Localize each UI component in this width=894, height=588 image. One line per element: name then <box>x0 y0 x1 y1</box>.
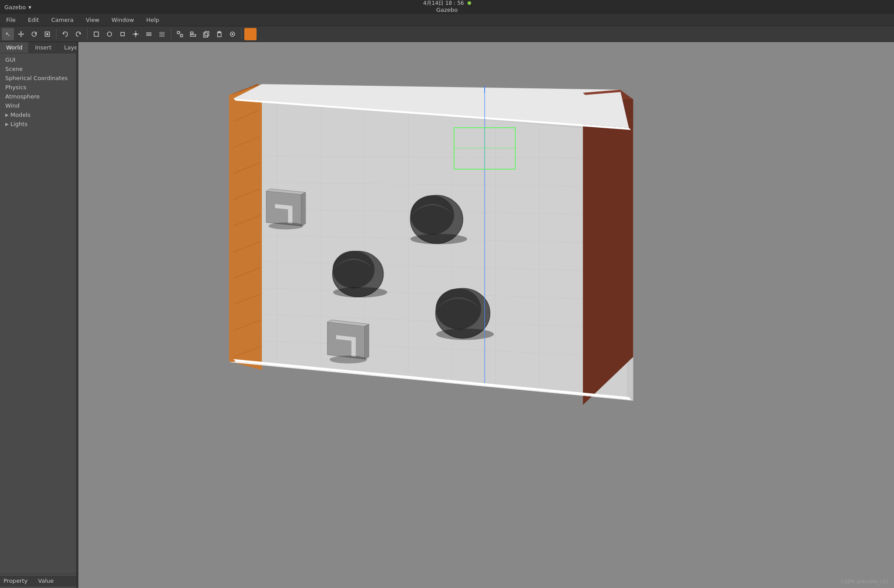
svg-point-87 <box>410 234 467 244</box>
tree-wind[interactable]: Wind <box>0 101 76 110</box>
svg-point-98 <box>330 356 367 364</box>
tree-spherical-coordinates[interactable]: Spherical Coordinates <box>0 74 76 83</box>
property-header: Property Value <box>0 576 76 586</box>
lines-shape[interactable] <box>156 28 168 40</box>
svg-marker-9 <box>63 32 65 35</box>
svg-point-92 <box>436 288 481 329</box>
svg-marker-42 <box>233 98 627 397</box>
align-btn[interactable] <box>187 28 199 40</box>
toolbar-sep-4 <box>241 29 242 39</box>
main-layout: World Insert Layers GUI Scene Spherical … <box>0 42 894 588</box>
tree-atmosphere[interactable]: Atmosphere <box>0 92 76 101</box>
cylinder-shape[interactable] <box>116 28 129 40</box>
svg-rect-27 <box>180 35 183 37</box>
tree-lights[interactable]: ▶ Lights <box>0 119 76 129</box>
menu-view[interactable]: View <box>83 16 102 24</box>
tree-lights-label: Lights <box>11 121 28 127</box>
tab-world[interactable]: World <box>0 42 29 53</box>
svg-point-89 <box>333 251 375 288</box>
menu-edit[interactable]: Edit <box>25 16 42 24</box>
rotate-tool[interactable] <box>28 28 40 40</box>
svg-marker-5 <box>23 33 24 35</box>
status-dot <box>468 1 471 5</box>
tree-spherical-label: Spherical Coordinates <box>5 75 68 81</box>
svg-rect-13 <box>121 32 124 36</box>
tree-scene-label: Scene <box>5 66 23 72</box>
tree-models[interactable]: ▶ Models <box>0 110 76 119</box>
watermark: CSDN @double_c52 <box>841 579 889 584</box>
svg-marker-3 <box>20 36 22 37</box>
svg-point-93 <box>436 329 494 340</box>
lights-arrow: ▶ <box>5 122 9 126</box>
toolbar-sep-2 <box>87 29 88 39</box>
tree-models-label: Models <box>11 112 31 118</box>
snap-btn[interactable] <box>174 28 186 40</box>
svg-point-90 <box>333 287 387 298</box>
svg-rect-35 <box>218 32 221 33</box>
tab-insert[interactable]: Insert <box>29 42 58 53</box>
orange-btn[interactable] <box>244 28 257 40</box>
menubar: File Edit Camera View Window Help <box>0 14 894 26</box>
svg-marker-61 <box>229 84 262 370</box>
svg-point-37 <box>232 33 233 35</box>
star-shape[interactable] <box>130 28 142 40</box>
svg-point-86 <box>410 196 454 235</box>
tree-atmosphere-label: Atmosphere <box>5 93 40 100</box>
svg-rect-33 <box>204 33 208 37</box>
left-panel: World Insert Layers GUI Scene Spherical … <box>0 42 77 588</box>
translate-tool[interactable] <box>15 28 27 40</box>
svg-marker-4 <box>18 33 19 35</box>
select-tool[interactable]: ↖ <box>2 28 14 40</box>
svg-point-14 <box>134 33 137 35</box>
svg-rect-8 <box>46 33 48 35</box>
svg-rect-32 <box>205 32 209 36</box>
menu-camera[interactable]: Camera <box>49 16 76 24</box>
tree-panel: GUI Scene Spherical Coordinates Physics … <box>0 53 76 574</box>
svg-rect-26 <box>177 32 180 34</box>
undo-btn[interactable] <box>59 28 71 40</box>
viewport[interactable]: CSDN @double_c52 <box>78 42 894 588</box>
tree-gui-label: GUI <box>5 56 15 63</box>
tree-physics[interactable]: Physics <box>0 83 76 92</box>
tree-wind-label: Wind <box>5 102 20 109</box>
menu-help[interactable]: Help <box>144 16 162 24</box>
property-col2: Value <box>38 578 73 584</box>
scale-tool[interactable] <box>41 28 53 40</box>
svg-point-84 <box>268 222 303 229</box>
mesh-shape[interactable] <box>143 28 155 40</box>
svg-marker-10 <box>79 32 81 35</box>
svg-point-6 <box>32 32 36 36</box>
property-col1: Property <box>4 578 38 584</box>
tree-scene[interactable]: Scene <box>0 64 76 74</box>
models-arrow: ▶ <box>5 112 9 117</box>
3d-scene <box>78 42 894 588</box>
tab-bar: World Insert Layers <box>0 42 76 53</box>
reset-view-btn[interactable] <box>226 28 239 40</box>
titlebar-appname: Gazebo <box>436 7 458 14</box>
svg-marker-94 <box>327 322 365 359</box>
tree-physics-label: Physics <box>5 84 26 91</box>
property-panel: Property Value <box>0 574 76 588</box>
sphere-shape[interactable] <box>103 28 116 40</box>
redo-btn[interactable] <box>72 28 84 40</box>
titlebar: Gazebo ▾ 4月14日 18：56 Gazebo <box>0 0 894 14</box>
svg-rect-11 <box>94 32 99 36</box>
titlebar-arrow[interactable]: ▾ <box>28 4 32 10</box>
tree-gui[interactable]: GUI <box>0 55 76 64</box>
toolbar-sep-1 <box>56 29 56 39</box>
box-shape[interactable] <box>90 28 102 40</box>
svg-marker-73 <box>583 93 634 405</box>
copy-btn[interactable] <box>200 28 212 40</box>
menu-file[interactable]: File <box>4 16 18 24</box>
svg-rect-31 <box>190 35 196 36</box>
toolbar: ↖ <box>0 26 894 42</box>
svg-marker-2 <box>20 31 22 32</box>
paste-btn[interactable] <box>213 28 225 40</box>
svg-rect-30 <box>190 32 193 34</box>
svg-point-12 <box>107 32 112 36</box>
titlebar-left: Gazebo ▾ <box>4 4 32 10</box>
svg-marker-82 <box>301 192 306 226</box>
menu-window[interactable]: Window <box>109 16 137 24</box>
titlebar-datetime: 4月14日 18：56 <box>423 0 471 7</box>
app-title: Gazebo <box>4 4 26 10</box>
